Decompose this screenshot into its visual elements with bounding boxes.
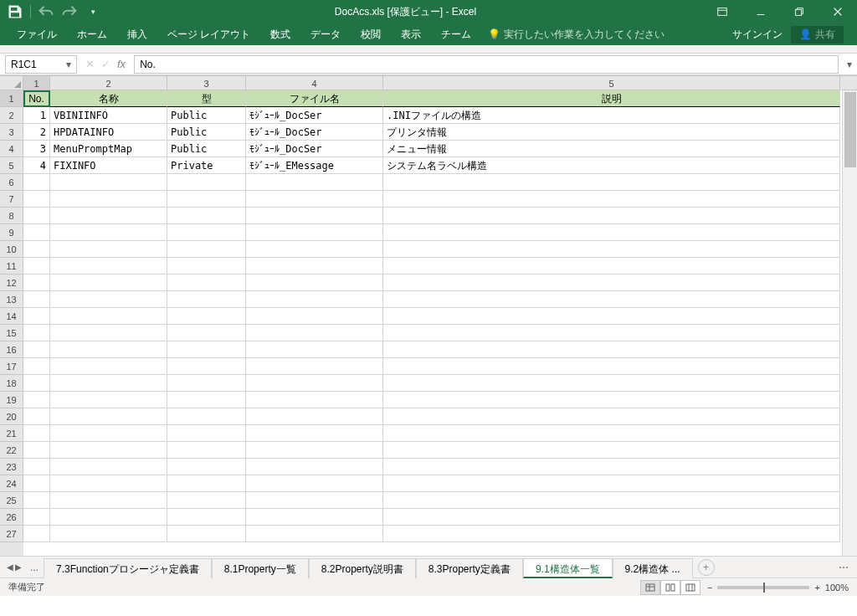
zoom-level[interactable]: 100%	[825, 583, 849, 593]
data-cell[interactable]	[383, 358, 840, 375]
restore-icon[interactable]	[780, 0, 819, 23]
data-cell[interactable]: .INIファイルの構造	[383, 107, 840, 124]
data-cell[interactable]	[50, 308, 167, 325]
data-cell[interactable]	[167, 258, 246, 275]
close-icon[interactable]	[819, 0, 857, 23]
data-cell[interactable]	[246, 375, 383, 392]
column-header[interactable]: 1	[23, 76, 50, 90]
data-cell[interactable]	[167, 208, 246, 224]
data-cell[interactable]	[167, 442, 246, 459]
tab-formulas[interactable]: 数式	[260, 23, 300, 45]
data-cell[interactable]	[383, 425, 840, 442]
data-cell[interactable]: FIXINFO	[50, 157, 167, 174]
sheet-nav-prev-icon[interactable]: ◀	[7, 562, 13, 572]
data-cell[interactable]	[50, 224, 167, 241]
data-cell[interactable]	[246, 408, 383, 425]
data-cell[interactable]	[50, 174, 167, 191]
data-cell[interactable]	[246, 475, 383, 492]
ribbon-display-options-icon[interactable]	[703, 0, 742, 23]
data-cell[interactable]	[383, 291, 840, 308]
data-cell[interactable]	[23, 191, 50, 208]
normal-view-button[interactable]	[640, 580, 660, 595]
redo-icon[interactable]	[61, 3, 78, 20]
data-cell[interactable]	[167, 459, 246, 475]
data-cell[interactable]: VBINIINFO	[50, 107, 167, 124]
data-cell[interactable]	[246, 208, 383, 224]
row-header[interactable]: 16	[0, 341, 23, 358]
row-header[interactable]: 17	[0, 358, 23, 375]
data-cell[interactable]	[23, 208, 50, 224]
data-cell[interactable]	[23, 358, 50, 375]
data-cell[interactable]: 4	[23, 157, 50, 174]
share-button[interactable]: 👤 共有	[791, 26, 844, 44]
sheet-nav-next-icon[interactable]: ▶	[15, 562, 22, 572]
row-header[interactable]: 9	[0, 224, 23, 241]
data-cell[interactable]	[23, 442, 50, 459]
data-cell[interactable]	[167, 509, 246, 526]
data-cell[interactable]	[383, 224, 840, 241]
row-header[interactable]: 13	[0, 291, 23, 308]
data-cell[interactable]	[23, 275, 50, 291]
data-cell[interactable]	[246, 191, 383, 208]
data-cell[interactable]: ﾓｼﾞｭｰﾙ_DocSer	[246, 124, 383, 141]
data-cell[interactable]	[50, 258, 167, 275]
data-cell[interactable]	[383, 509, 840, 526]
row-header[interactable]: 22	[0, 442, 23, 459]
column-header[interactable]: 2	[50, 76, 167, 90]
new-sheet-button[interactable]: +	[698, 559, 715, 576]
data-cell[interactable]	[246, 425, 383, 442]
data-cell[interactable]	[167, 425, 246, 442]
data-cell[interactable]	[50, 375, 167, 392]
data-cell[interactable]	[167, 241, 246, 258]
tab-strip-options-icon[interactable]: ⋯	[839, 562, 854, 573]
data-cell[interactable]: MenuPromptMap	[50, 141, 167, 157]
sheet-tab[interactable]: 8.1Property一覧	[212, 558, 309, 578]
name-box[interactable]: R1C1 ▾	[5, 55, 77, 74]
sheet-tabs-more[interactable]: ...	[25, 562, 44, 573]
row-header[interactable]: 3	[0, 124, 23, 141]
data-cell[interactable]: Public	[167, 107, 246, 124]
customize-qat-icon[interactable]: ▾	[85, 3, 101, 20]
data-cell[interactable]	[383, 459, 840, 475]
enter-icon[interactable]: ✓	[101, 58, 110, 70]
tab-review[interactable]: 校閲	[351, 23, 391, 45]
data-cell[interactable]	[23, 341, 50, 358]
data-cell[interactable]	[50, 191, 167, 208]
row-header[interactable]: 21	[0, 425, 23, 442]
fx-icon[interactable]: fx	[117, 58, 126, 70]
data-cell[interactable]	[383, 325, 840, 341]
data-cell[interactable]	[167, 325, 246, 341]
data-cell[interactable]	[167, 341, 246, 358]
tab-view[interactable]: 表示	[391, 23, 431, 45]
data-cell[interactable]	[167, 275, 246, 291]
tab-insert[interactable]: 挿入	[117, 23, 157, 45]
data-cell[interactable]	[23, 325, 50, 341]
data-cell[interactable]: ﾓｼﾞｭｰﾙ_DocSer	[246, 107, 383, 124]
header-cell[interactable]: No.	[23, 90, 50, 107]
data-cell[interactable]	[50, 459, 167, 475]
tell-me-search[interactable]: 💡 実行したい作業を入力してください	[488, 28, 665, 42]
tab-data[interactable]: データ	[300, 23, 351, 45]
data-cell[interactable]	[167, 291, 246, 308]
row-header[interactable]: 11	[0, 258, 23, 275]
row-header[interactable]: 6	[0, 174, 23, 191]
row-header[interactable]: 7	[0, 191, 23, 208]
cancel-icon[interactable]: ✕	[85, 58, 95, 70]
data-cell[interactable]	[383, 392, 840, 408]
header-cell[interactable]: ファイル名	[246, 90, 383, 107]
data-cell[interactable]	[50, 241, 167, 258]
data-cell[interactable]	[23, 308, 50, 325]
data-cell[interactable]: ﾓｼﾞｭｰﾙ_EMessage	[246, 157, 383, 174]
data-cell[interactable]	[383, 208, 840, 224]
data-cell[interactable]	[246, 392, 383, 408]
column-header[interactable]: 3	[167, 76, 246, 90]
data-cell[interactable]	[50, 341, 167, 358]
data-cell[interactable]	[383, 475, 840, 492]
row-header[interactable]: 4	[0, 141, 23, 157]
scrollbar-thumb[interactable]	[844, 92, 856, 167]
data-cell[interactable]	[50, 425, 167, 442]
header-cell[interactable]: 説明	[383, 90, 840, 107]
data-cell[interactable]: メニュー情報	[383, 141, 840, 157]
row-header[interactable]: 10	[0, 241, 23, 258]
data-cell[interactable]	[50, 475, 167, 492]
